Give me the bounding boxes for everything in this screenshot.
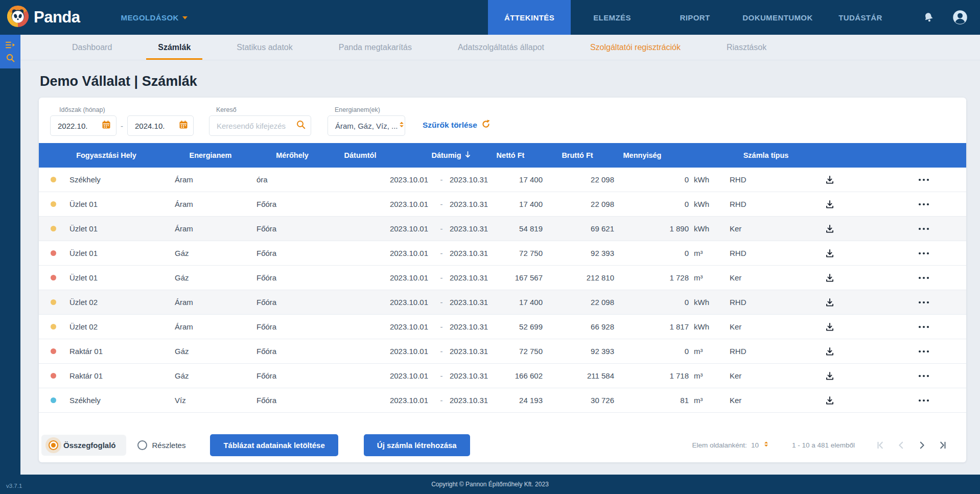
- app-logo[interactable]: Panda: [7, 6, 80, 29]
- cell-meter: Főóra: [251, 298, 333, 307]
- row-menu-button[interactable]: [918, 227, 929, 230]
- download-invoice-button[interactable]: [825, 248, 835, 258]
- tab-szolgaltatoi-regisztraciok[interactable]: Szolgáltatói regisztrációk: [567, 35, 704, 60]
- row-menu-button[interactable]: [918, 252, 929, 255]
- new-invoice-button[interactable]: Új számla létrehozása: [364, 434, 470, 456]
- row-menu-button[interactable]: [918, 350, 929, 353]
- cell-meter: Főóra: [251, 200, 333, 208]
- cell-energy-dot: [39, 348, 63, 354]
- search-input[interactable]: [209, 115, 311, 136]
- cell-row-menu: [881, 399, 966, 402]
- date-from-value[interactable]: [58, 122, 102, 130]
- energy-select[interactable]: Áram, Gáz, Víz, ...: [328, 115, 405, 136]
- download-invoice-button[interactable]: [825, 175, 835, 185]
- row-menu-button[interactable]: [918, 325, 929, 328]
- nav-item-attekintes[interactable]: ÁTTEKINTÉS: [488, 0, 571, 35]
- download-invoice-button[interactable]: [825, 371, 835, 381]
- nav-item-elemzes[interactable]: ELEMZÉS: [571, 0, 654, 35]
- calendar-icon[interactable]: [179, 120, 188, 131]
- column-header-datumig[interactable]: Dátumig: [427, 151, 476, 160]
- radio-unselected-icon[interactable]: [137, 440, 147, 450]
- cell-energy: Gáz: [170, 347, 251, 356]
- tab-dashboard[interactable]: Dashboard: [49, 35, 135, 60]
- energy-label: Energianem(ek): [335, 106, 405, 113]
- nav-item-tudastar[interactable]: TUDÁSTÁR: [819, 0, 902, 35]
- sidebar-search-icon[interactable]: [6, 54, 15, 62]
- column-header-netto-ft[interactable]: Nettó Ft: [486, 151, 535, 159]
- row-menu-button[interactable]: [918, 276, 929, 279]
- date-from-input[interactable]: [50, 115, 116, 136]
- cell-qty: 1 890: [619, 224, 691, 233]
- tab-riasztasok[interactable]: Riasztások: [704, 35, 789, 60]
- download-invoice-button[interactable]: [825, 224, 835, 234]
- pagination: Elem oldalanként: 10 1 - 10 a 481 elembő…: [692, 440, 948, 450]
- row-menu-button[interactable]: [918, 178, 929, 181]
- previous-page-icon[interactable]: [896, 440, 906, 450]
- cell-date-from: 2023.10.01: [333, 347, 433, 356]
- column-header-mennyiseg[interactable]: Mennyiség: [606, 151, 678, 159]
- download-invoice-button[interactable]: [825, 273, 835, 283]
- download-table-button[interactable]: Táblázat adatainak letöltése: [210, 434, 338, 456]
- energy-type-dot-yellow: [51, 177, 56, 182]
- column-header-brutto-ft[interactable]: Bruttó Ft: [542, 151, 613, 159]
- nav-item-dokumentumok[interactable]: DOKUMENTUMOK: [736, 0, 819, 35]
- nav-item-riport[interactable]: RIPORT: [654, 0, 736, 35]
- download-invoice-button[interactable]: [825, 395, 835, 406]
- table-row: SzékhelyÁramóra2023.10.01-2023.10.3117 4…: [39, 168, 966, 192]
- column-header-szamla-tipus[interactable]: Számla típus: [735, 151, 797, 159]
- calendar-icon[interactable]: [102, 120, 111, 131]
- download-invoice-button[interactable]: [825, 199, 835, 209]
- cell-unit: kWh: [691, 322, 717, 331]
- cell-date-to: 2023.10.31: [450, 224, 499, 233]
- tab-szamlak[interactable]: Számlák: [135, 35, 214, 60]
- date-to-value[interactable]: [135, 122, 179, 130]
- period-field: Időszak (hónap): [50, 106, 194, 136]
- cell-date-to: 2023.10.31: [450, 396, 499, 405]
- search-icon[interactable]: [296, 120, 306, 131]
- row-menu-button[interactable]: [918, 301, 929, 304]
- date-to-input[interactable]: [127, 115, 194, 136]
- radio-selected-icon[interactable]: [49, 440, 58, 450]
- download-invoice-button[interactable]: [825, 346, 835, 357]
- cell-unit: kWh: [691, 175, 717, 184]
- download-invoice-button[interactable]: [825, 297, 835, 308]
- last-page-icon[interactable]: [938, 440, 948, 450]
- row-menu-button[interactable]: [918, 399, 929, 402]
- next-page-icon[interactable]: [917, 440, 927, 450]
- per-page-select[interactable]: Elem oldalanként: 10: [692, 440, 769, 450]
- notifications-bell-icon[interactable]: [922, 11, 935, 24]
- column-header-datumtol[interactable]: Dátumtól: [310, 151, 410, 159]
- cell-date-separator: -: [433, 371, 450, 380]
- clear-filters-button[interactable]: Szűrők törlése: [423, 120, 491, 131]
- first-page-icon[interactable]: [875, 440, 885, 450]
- radio-summary[interactable]: Összegfoglaló: [41, 435, 126, 456]
- per-page-value: 10: [751, 441, 759, 449]
- table-row: Üzlet 01ÁramFőóra2023.10.01-2023.10.3117…: [39, 192, 966, 217]
- sort-desc-icon[interactable]: [464, 151, 471, 160]
- tab-adatszolgaltatas-allapot[interactable]: Adatszolgáltatás állapot: [435, 35, 567, 60]
- cell-date-separator: -: [433, 347, 450, 356]
- row-menu-button[interactable]: [918, 374, 929, 378]
- tab-panda-megtakaritas[interactable]: Panda megtakarítás: [316, 35, 435, 60]
- cell-unit: m³: [691, 347, 717, 356]
- cell-unit: m³: [691, 371, 717, 380]
- user-avatar-icon[interactable]: [952, 10, 968, 25]
- cell-net: 17 400: [499, 200, 548, 208]
- menu-collapse-icon[interactable]: [5, 41, 15, 49]
- tab-statikus-adatok[interactable]: Statikus adatok: [214, 35, 315, 60]
- column-header-energianem[interactable]: Energianem: [170, 151, 251, 159]
- row-menu-button[interactable]: [918, 203, 929, 206]
- cell-download: [779, 273, 881, 283]
- radio-detailed[interactable]: Részletes: [137, 440, 186, 450]
- pagination-buttons: [875, 440, 948, 450]
- energy-type-dot-yellow: [51, 226, 56, 231]
- solutions-menu-button[interactable]: MEGOLDÁSOK: [121, 13, 188, 22]
- column-header-fogyasztasi-hely[interactable]: Fogyasztási Hely: [53, 151, 159, 159]
- cell-energy-dot: [39, 226, 63, 231]
- download-invoice-button[interactable]: [825, 322, 835, 332]
- invoice-table-body: SzékhelyÁramóra2023.10.01-2023.10.3117 4…: [39, 168, 966, 413]
- cell-date-to: 2023.10.31: [450, 175, 499, 184]
- cell-date-from: 2023.10.01: [333, 249, 433, 257]
- search-value[interactable]: [217, 122, 296, 130]
- cell-qty: 1 728: [619, 273, 691, 282]
